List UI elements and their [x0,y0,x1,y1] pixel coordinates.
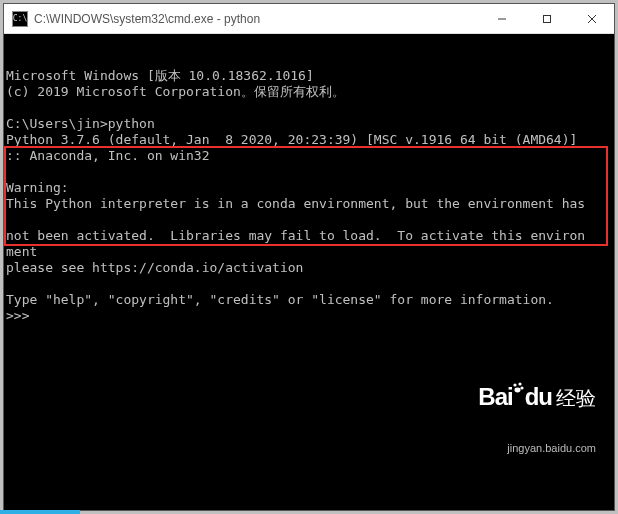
taskbar-edge [0,510,80,514]
terminal-line: not been activated. Libraries may fail t… [6,228,614,244]
terminal-line [6,276,614,292]
terminal-line: This Python interpreter is in a conda en… [6,196,614,212]
cmd-window: C:\ C:\WINDOWS\system32\cmd.exe - python… [3,3,615,511]
terminal-line: Python 3.7.6 (default, Jan 8 2020, 20:23… [6,132,614,148]
terminal-line [6,164,614,180]
terminal-line [6,100,614,116]
terminal-area[interactable]: Microsoft Windows [版本 10.0.18362.1016](c… [4,34,614,510]
maximize-button[interactable] [524,4,569,33]
terminal-line: >>> [6,308,614,324]
watermark-cn: 经验 [556,390,596,406]
watermark-sub: jingyan.baidu.com [478,440,596,456]
terminal-line: Warning: [6,180,614,196]
svg-point-5 [518,382,521,385]
watermark: Baidu 经验 jingyan.baidu.com [478,357,596,488]
terminal-line: (c) 2019 Microsoft Corporation。保留所有权利。 [6,84,614,100]
terminal-line: please see https://conda.io/activation [6,260,614,276]
watermark-logo: Baidu [478,389,552,405]
terminal-line: Type "help", "copyright", "credits" or "… [6,292,614,308]
terminal-line: ment [6,244,614,260]
window-controls [479,4,614,33]
svg-rect-1 [543,15,550,22]
svg-point-6 [520,386,523,389]
terminal-line: :: Anaconda, Inc. on win32 [6,148,614,164]
terminal-line: Microsoft Windows [版本 10.0.18362.1016] [6,68,614,84]
app-icon: C:\ [12,11,28,27]
window-title: C:\WINDOWS\system32\cmd.exe - python [34,12,479,26]
terminal-output: Microsoft Windows [版本 10.0.18362.1016](c… [6,68,614,324]
svg-point-4 [513,383,516,386]
svg-point-7 [514,388,520,393]
close-button[interactable] [569,4,614,33]
minimize-button[interactable] [479,4,524,33]
titlebar[interactable]: C:\ C:\WINDOWS\system32\cmd.exe - python [4,4,614,34]
paw-icon [511,379,525,395]
terminal-line [6,212,614,228]
terminal-line: C:\Users\jin>python [6,116,614,132]
